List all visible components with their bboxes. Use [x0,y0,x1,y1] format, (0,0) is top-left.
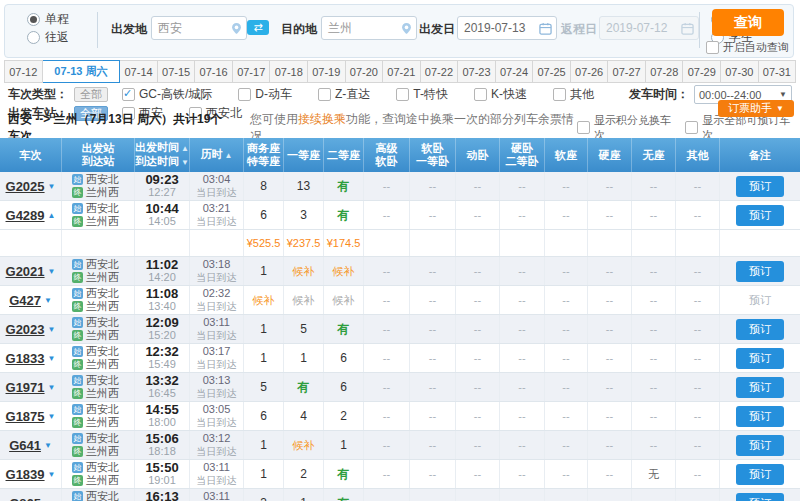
column-header-3[interactable]: 历时▲ [190,138,244,172]
train-type-option[interactable]: D-动车 [238,86,292,103]
date-tab-07-28[interactable]: 07-28 [646,60,684,83]
checkbox-icon[interactable] [318,88,331,101]
expand-arrow-icon[interactable]: ▼ [44,439,52,452]
date-tab-07-17[interactable]: 07-17 [233,60,271,83]
train-link[interactable]: G1833 [6,352,45,365]
date-tab-07-30[interactable]: 07-30 [721,60,759,83]
trip-mode-oneway[interactable]: 单程 [27,11,69,28]
transfer-link[interactable]: 接续换乘 [298,112,346,126]
expand-arrow-icon[interactable]: ▼ [48,410,56,423]
train-type-option[interactable]: K-快速 [474,86,527,103]
date-tab-07-16[interactable]: 07-16 [195,60,233,83]
train-link[interactable]: G1839 [6,468,45,481]
train-link[interactable]: G1971 [6,381,45,394]
book-button[interactable]: 预订 [736,205,784,226]
train-type-option[interactable]: GC-高铁/城际 [122,86,212,103]
book-button[interactable]: 预订 [736,261,784,282]
expand-arrow-icon[interactable]: ▼ [48,352,56,365]
radio-icon[interactable] [27,31,40,44]
checkbox-icon[interactable] [474,88,487,101]
book-button[interactable]: 预订 [736,435,784,456]
date-tab-07-13[interactable]: 07-13 周六 [43,60,121,83]
expand-arrow-icon[interactable]: ▼ [48,468,56,481]
expand-arrow-icon[interactable]: ▼ [44,294,52,307]
seat-cell: -- [364,344,410,372]
checkbox-icon[interactable] [122,88,135,101]
checkbox-icon[interactable] [685,121,698,134]
date-tab-07-18[interactable]: 07-18 [270,60,308,83]
to-input[interactable]: 兰州 [321,16,417,40]
book-button[interactable]: 预订 [736,319,784,340]
date-tab-07-12[interactable]: 07-12 [4,60,43,83]
checkbox-icon[interactable] [577,121,590,134]
date-tab-07-14[interactable]: 07-14 [120,60,158,83]
time-cell: 15:5019:01 [135,460,190,488]
book-button[interactable]: 预订 [736,377,784,398]
column-header-2[interactable]: 出发时间▲到达时间▼ [135,138,190,172]
seat-cell: -- [364,286,410,314]
train-cell: G2021▼ [0,257,62,285]
checkbox-icon[interactable] [706,41,719,54]
auto-query-toggle[interactable]: 开启自动查询 [706,40,789,55]
auto-query-label: 开启自动查询 [723,40,789,55]
seat-cell: -- [676,172,720,200]
book-button[interactable]: 预订 [736,493,784,501]
train-link[interactable]: G641 [9,439,41,452]
date-tab-07-27[interactable]: 07-27 [608,60,646,83]
query-button[interactable]: 查询 [712,9,784,36]
train-link[interactable]: G865 [9,497,41,501]
train-link[interactable]: G1875 [6,410,45,423]
book-button[interactable]: 预订 [736,406,784,427]
train-type-option[interactable]: Z-直达 [318,86,370,103]
duration-value: 03:13 [203,374,231,387]
sort-asc-icon[interactable]: ▲ [225,151,233,160]
train-row-G427: G427▼始西安北终兰州西11:0813:4002:32当日到达候补候补候补--… [0,286,800,315]
sort-asc-icon[interactable]: ▲ [181,144,189,153]
train-link[interactable]: G2021 [6,265,45,278]
book-button[interactable]: 预订 [736,176,784,197]
from-input[interactable]: 西安 [151,16,247,40]
expand-arrow-icon[interactable]: ▼ [48,265,56,278]
expand-arrow-icon[interactable]: ▼ [48,381,56,394]
checkbox-icon[interactable] [238,88,251,101]
date-tab-07-31[interactable]: 07-31 [759,60,797,83]
train-type-all-chip[interactable]: 全部 [74,87,108,102]
expand-arrow-icon[interactable]: ▼ [48,180,56,193]
date-tab-07-26[interactable]: 07-26 [571,60,609,83]
train-link[interactable]: G2023 [6,323,45,336]
book-button[interactable]: 预订 [736,464,784,485]
date-tab-07-22[interactable]: 07-22 [421,60,459,83]
date-tab-07-23[interactable]: 07-23 [458,60,496,83]
train-link[interactable]: G4289 [6,209,45,222]
date-tab-07-24[interactable]: 07-24 [496,60,534,83]
header-line: 到达站 [82,155,115,168]
seat-cell: -- [410,489,456,501]
swap-stations-icon[interactable]: ⇄ [247,20,269,35]
train-link[interactable]: G2025 [6,180,45,193]
date-tab-07-19[interactable]: 07-19 [308,60,346,83]
header-line: 软卧 [376,155,398,168]
booking-assistant-button[interactable]: 订票助手 ▼ [718,100,794,117]
trip-mode-roundtrip[interactable]: 往返 [27,29,69,46]
checkbox-icon[interactable] [396,88,409,101]
date-tab-07-21[interactable]: 07-21 [383,60,421,83]
expand-arrow-icon[interactable]: ▼ [44,497,52,501]
book-button[interactable]: 预订 [736,348,784,369]
seat-availability: -- [383,468,390,481]
checkbox-icon[interactable] [553,88,566,101]
depart-time: 15:06 [145,432,178,445]
date-tab-07-25[interactable]: 07-25 [533,60,571,83]
seat-cell: -- [588,201,632,229]
train-link[interactable]: G427 [9,294,41,307]
radio-icon[interactable] [27,13,40,26]
sort-desc-icon[interactable]: ▼ [181,158,189,167]
date-tab-07-29[interactable]: 07-29 [683,60,721,83]
train-type-option[interactable]: T-特快 [396,86,448,103]
train-type-option[interactable]: 其他 [553,86,594,103]
seat-availability: -- [383,352,390,365]
collapse-arrow-icon[interactable]: ▲ [48,209,56,222]
date-tab-07-20[interactable]: 07-20 [346,60,384,83]
date-tab-07-15[interactable]: 07-15 [158,60,196,83]
depart-date-input[interactable]: 2019-07-13 [457,16,557,40]
expand-arrow-icon[interactable]: ▼ [48,323,56,336]
